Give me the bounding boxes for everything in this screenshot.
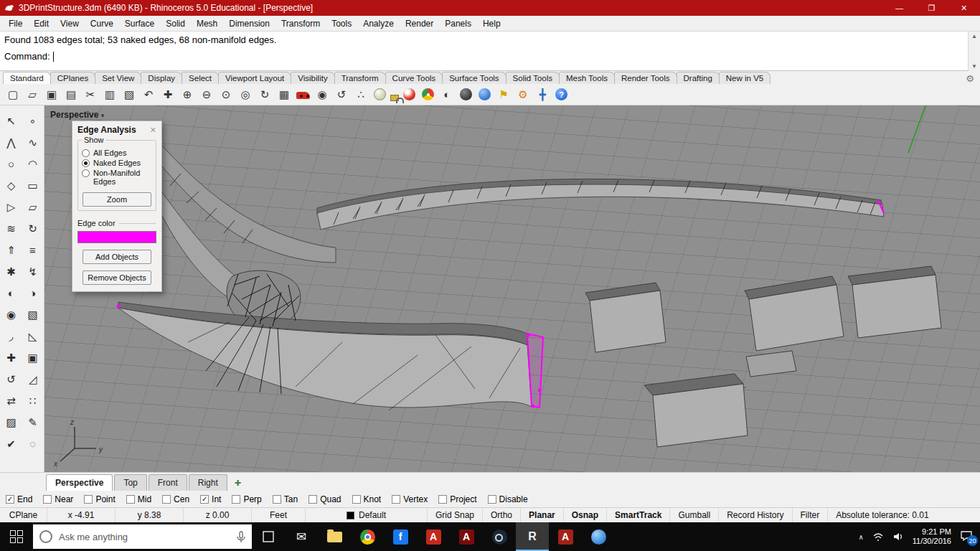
osnap-checkbox[interactable]: Point: [84, 494, 115, 504]
scroll-down-icon[interactable]: ▼: [971, 63, 977, 70]
move-tool-icon[interactable]: ✚: [1, 348, 22, 367]
rectangle-tool-icon[interactable]: ▭: [23, 176, 43, 195]
menu-item[interactable]: Tools: [326, 17, 357, 31]
sphere-tool-icon[interactable]: ◉: [1, 305, 22, 324]
command-scrollbar[interactable]: ▲ ▼: [968, 32, 980, 71]
checkbox-icon[interactable]: [352, 495, 361, 504]
taskbar-app-adobe-2[interactable]: A: [450, 522, 483, 551]
toolbar-tab[interactable]: Mesh Tools: [559, 72, 615, 84]
status-toggle-button[interactable]: Ortho: [483, 508, 521, 522]
toolbar-tab[interactable]: Solid Tools: [506, 72, 560, 84]
boolean-union-icon[interactable]: ◐: [1, 283, 22, 303]
ghosted-view-icon[interactable]: [460, 88, 472, 100]
helix-tool-icon[interactable]: ≋: [1, 219, 22, 238]
taskbar-app-autocad[interactable]: A: [549, 522, 582, 551]
task-view-button[interactable]: [252, 522, 285, 551]
curve-tool-icon[interactable]: ∿: [23, 133, 43, 152]
menu-item[interactable]: Render: [400, 17, 439, 31]
menu-item[interactable]: Mesh: [191, 17, 223, 31]
edge-color-swatch[interactable]: [77, 231, 156, 243]
zoom-extents-icon[interactable]: ◎: [237, 86, 254, 103]
mesh-boxes[interactable]: [585, 266, 941, 447]
cplane-selector[interactable]: CPlane: [0, 508, 47, 522]
rotate-view-icon[interactable]: ↻: [256, 86, 273, 103]
polygon-tool-icon[interactable]: ▷: [1, 197, 22, 217]
status-toggle-button[interactable]: Gumball: [670, 508, 719, 522]
point-cloud-icon[interactable]: ∴: [352, 86, 369, 103]
panel-close-icon[interactable]: ✕: [150, 126, 156, 135]
arc-tool-icon[interactable]: ◠: [23, 154, 43, 174]
command-area[interactable]: Found 1083 edges total; 53 naked edges, …: [0, 32, 980, 71]
zoom-in-icon[interactable]: ⊕: [179, 86, 196, 103]
action-center-button[interactable]: 20: [960, 530, 973, 543]
plane-tool-icon[interactable]: ▱: [23, 197, 43, 217]
menu-item[interactable]: Transform: [275, 17, 326, 31]
zoom-window-icon[interactable]: ⊙: [217, 86, 235, 103]
viewport-title-dropdown-icon[interactable]: ▾: [101, 112, 105, 119]
viewport-perspective[interactable]: Perspective ▾: [44, 105, 980, 472]
osnap-checkbox[interactable]: Vertex: [392, 494, 428, 504]
toolbar-tab[interactable]: Viewport Layout: [218, 72, 291, 84]
maximize-button[interactable]: ❐: [915, 0, 948, 16]
remove-objects-button[interactable]: Remove Objects: [83, 270, 151, 285]
checkbox-icon[interactable]: [126, 495, 135, 504]
taskbar-search-box[interactable]: Ask me anything: [33, 524, 252, 549]
menu-item[interactable]: Edit: [28, 17, 55, 31]
units-readout[interactable]: Feet: [252, 508, 306, 522]
osnap-checkbox[interactable]: Mid: [126, 494, 151, 504]
osnap-checkbox[interactable]: Quad: [308, 494, 341, 504]
annotate-tool-icon[interactable]: ✎: [23, 413, 43, 432]
toolbar-tab[interactable]: Set View: [95, 72, 141, 84]
edge-option-radio[interactable]: All Edges: [82, 149, 152, 157]
ellipse-tool-icon[interactable]: ◇: [1, 176, 22, 195]
render-preview-icon[interactable]: [422, 88, 434, 100]
layer-manager-icon[interactable]: ▦: [275, 86, 293, 103]
menu-item[interactable]: Curve: [85, 17, 119, 31]
fillet-tool-icon[interactable]: ◞: [1, 326, 22, 346]
loft-tool-icon[interactable]: ≡: [23, 240, 43, 260]
lock-icon[interactable]: [390, 95, 399, 101]
menu-item[interactable]: Help: [477, 17, 507, 31]
scale-tool-icon[interactable]: ◿: [23, 369, 43, 389]
viewport-tab[interactable]: Front: [149, 474, 187, 491]
status-toggle-button[interactable]: Planar: [521, 508, 564, 522]
menu-item[interactable]: File: [3, 17, 28, 31]
menu-item[interactable]: Analyze: [357, 17, 400, 31]
open-file-icon[interactable]: ▱: [24, 86, 41, 103]
osnap-checkbox[interactable]: Project: [438, 494, 476, 504]
checkbox-icon[interactable]: [43, 495, 52, 504]
check-tool-icon[interactable]: ✔: [1, 434, 22, 453]
raytrace-icon[interactable]: [479, 88, 491, 100]
toolbar-tab[interactable]: Surface Tools: [442, 72, 506, 84]
viewport-tab[interactable]: Perspective: [46, 474, 113, 491]
hide-tool-icon[interactable]: ◌: [23, 434, 43, 453]
undo-icon[interactable]: ↶: [140, 86, 157, 103]
circle-tool-icon[interactable]: ○: [1, 154, 22, 174]
taskbar-app-adobe[interactable]: A: [417, 522, 450, 551]
osnap-checkbox[interactable]: Tan: [273, 494, 298, 504]
undo-view-icon[interactable]: ↺: [333, 86, 350, 103]
hatch-tool-icon[interactable]: ▨: [1, 413, 22, 432]
array-tool-icon[interactable]: ∷: [23, 391, 43, 410]
select-arrow-icon[interactable]: ↖: [1, 111, 22, 131]
osnap-checkbox[interactable]: End: [6, 494, 32, 504]
new-file-icon[interactable]: ▢: [4, 86, 22, 103]
shaded-view-icon[interactable]: ◐: [438, 86, 456, 103]
checkbox-icon[interactable]: [488, 495, 496, 504]
toolbar-tab[interactable]: Transform: [334, 72, 386, 84]
edge-option-radio[interactable]: Non-Manifold Edges: [82, 169, 152, 186]
toolbar-settings-gear-icon[interactable]: ⚙: [966, 73, 974, 84]
box-tool-icon[interactable]: ▧: [23, 305, 43, 324]
zoom-button[interactable]: Zoom: [83, 192, 151, 207]
layer-color-swatch[interactable]: [347, 512, 354, 519]
options-gear-icon[interactable]: ⚙: [514, 86, 532, 103]
minimize-button[interactable]: —: [883, 0, 915, 16]
zoom-out-icon[interactable]: ⊖: [198, 86, 215, 103]
copy-icon[interactable]: ▥: [101, 86, 118, 103]
edge-option-radio[interactable]: Naked Edges: [82, 159, 152, 167]
taskbar-app-mail[interactable]: ✉: [285, 522, 318, 551]
taskbar-app-blue[interactable]: [582, 522, 615, 551]
status-toggle-button[interactable]: SmartTrack: [607, 508, 670, 522]
radio-icon[interactable]: [82, 149, 90, 157]
osnap-checkbox[interactable]: Int: [200, 494, 221, 504]
